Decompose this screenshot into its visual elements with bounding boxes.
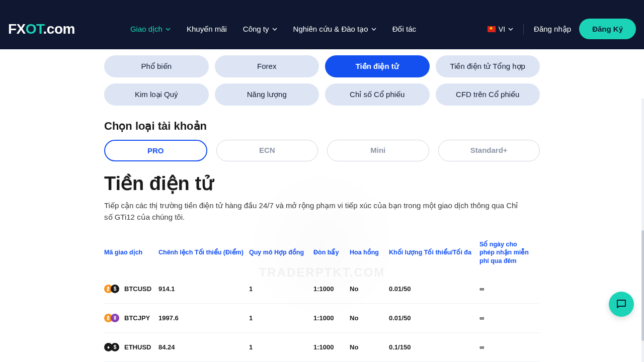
cell-comm: No (350, 314, 389, 322)
col-spread: Chênh lệch Tối thiểu (Điểm) (158, 248, 249, 257)
category-grid: Phổ biếnForexTiền điện tửTiền điện tử Tổ… (98, 55, 546, 106)
coin-pair-icon: ₿$ (104, 285, 119, 293)
cell-vol: 0.1/150 (389, 343, 479, 351)
nav-item-label: Đối tác (392, 25, 416, 34)
col-commission: Hoa hồng (350, 248, 389, 257)
cell-vol: 0.01/50 (389, 314, 479, 322)
nav-links: Giao dịchKhuyến mãiCông tyNghiên cứu & Đ… (130, 25, 416, 34)
coin-pair-icon: ₿¥ (104, 314, 119, 322)
logo-ot: OT (26, 21, 43, 37)
coin-pair-icon: ♦$ (104, 343, 119, 351)
chat-icon (615, 298, 627, 310)
symbol-text: BTCJPY (124, 314, 150, 322)
divider (523, 24, 524, 34)
cell-comm: No (350, 343, 389, 351)
account-type-row: PROECNMiniStandard+ (98, 140, 546, 161)
cell-spread: 84.24 (158, 343, 249, 351)
usd-icon: $ (111, 285, 119, 293)
cell-lev: 1:1000 (313, 314, 350, 322)
symbol-cell: ₿$BTCUSD (104, 285, 158, 293)
flag-icon (488, 26, 496, 32)
category-pill-3[interactable]: Tiền điện tử Tổng hợp (436, 55, 540, 77)
main-container: TRADERPTKT.COM Phổ biếnForexTiền điện tử… (98, 49, 546, 362)
account-pill-3[interactable]: Standard+ (438, 140, 540, 161)
login-link[interactable]: Đăng nhập (534, 25, 571, 34)
nav-item-1[interactable]: Khuyến mãi (187, 25, 227, 34)
logo-tail: .com (43, 21, 75, 37)
col-contract: Quy mô Hợp đồng (249, 248, 313, 257)
symbol-text: BTCUSD (124, 285, 151, 293)
cell-spread: 914.1 (158, 285, 249, 293)
col-swapfree: Số ngày cho phép nhận miễn phí qua đêm (479, 240, 535, 266)
nav-item-label: Khuyến mãi (187, 25, 227, 34)
language-selector[interactable]: VI (488, 25, 513, 33)
col-leverage: Đòn bẩy (313, 248, 350, 257)
category-pill-2[interactable]: Tiền điện tử (325, 55, 430, 77)
cell-contract: 1 (249, 314, 313, 322)
nav-item-2[interactable]: Công ty (243, 25, 277, 33)
logo[interactable]: FXOT.com (8, 21, 75, 37)
cell-contract: 1 (249, 285, 313, 293)
logo-fx: FX (8, 21, 26, 37)
chevron-down-icon (166, 25, 171, 33)
symbol-cell: ♦$ETHUSD (104, 343, 158, 351)
scroll-thumb[interactable] (641, 230, 644, 341)
page-title: Tiền điện tử (104, 172, 546, 195)
table-header: Mã giao dịch Chênh lệch Tối thiểu (Điểm)… (104, 240, 540, 275)
nav-item-4[interactable]: Đối tác (392, 25, 416, 34)
account-pill-2[interactable]: Mini (327, 140, 429, 161)
cell-comm: No (350, 285, 389, 293)
chat-button[interactable] (609, 292, 634, 317)
cell-spread: 1997.6 (158, 314, 249, 322)
account-section-title: Chọn loại tài khoản (104, 120, 546, 133)
cell-swap: ∞ (479, 314, 535, 322)
cell-swap: ∞ (479, 285, 535, 293)
col-volume: Khối lượng Tối thiểu/Tối đa (389, 248, 479, 257)
jpy-icon: ¥ (111, 314, 119, 322)
nav-item-label: Công ty (243, 25, 269, 33)
cell-vol: 0.01/50 (389, 285, 479, 293)
instrument-table: Mã giao dịch Chênh lệch Tối thiểu (Điểm)… (98, 240, 546, 363)
category-pill-0[interactable]: Phổ biến (104, 55, 209, 77)
cell-lev: 1:1000 (313, 343, 350, 351)
cell-contract: 1 (249, 343, 313, 351)
language-code: VI (499, 25, 505, 33)
category-pill-4[interactable]: Kim loại Quý (104, 83, 209, 106)
cell-lev: 1:1000 (313, 285, 350, 293)
nav-item-0[interactable]: Giao dịch (130, 25, 171, 34)
table-row[interactable]: ₿¥BTCJPY1997.611:1000No0.01/50∞ (104, 304, 540, 333)
account-pill-1[interactable]: ECN (216, 140, 318, 161)
nav-right: VI Đăng nhập Đăng Ký (488, 19, 636, 39)
table-row[interactable]: ₿$BTCUSD914.111:1000No0.01/50∞ (104, 275, 540, 304)
cell-swap: ∞ (479, 343, 535, 351)
category-pill-5[interactable]: Năng lượng (215, 83, 319, 106)
chevron-down-icon (371, 25, 376, 33)
col-symbol: Mã giao dịch (104, 248, 158, 257)
category-pill-6[interactable]: Chỉ số Cổ phiếu (325, 83, 430, 106)
symbol-cell: ₿¥BTCJPY (104, 314, 158, 322)
chevron-down-icon (272, 25, 277, 33)
usd-icon: $ (111, 343, 119, 351)
signup-button[interactable]: Đăng Ký (579, 19, 636, 39)
nav-item-label: Giao dịch (130, 25, 163, 34)
navbar: FXOT.com Giao dịchKhuyến mãiCông tyNghiê… (0, 0, 644, 49)
page-description: Tiếp cận các thị trường tiền điện tử hàn… (98, 200, 531, 223)
category-pill-7[interactable]: CFD trên Cổ phiếu (436, 83, 540, 106)
symbol-text: ETHUSD (124, 343, 151, 351)
nav-item-3[interactable]: Nghiên cứu & Đào tạo (293, 25, 376, 34)
table-row[interactable]: ♦$ETHUSD84.2411:1000No0.1/150∞ (104, 333, 540, 362)
category-pill-1[interactable]: Forex (215, 55, 319, 77)
account-pill-0[interactable]: PRO (104, 140, 207, 161)
chevron-down-icon (508, 25, 513, 33)
nav-item-label: Nghiên cứu & Đào tạo (293, 25, 368, 34)
